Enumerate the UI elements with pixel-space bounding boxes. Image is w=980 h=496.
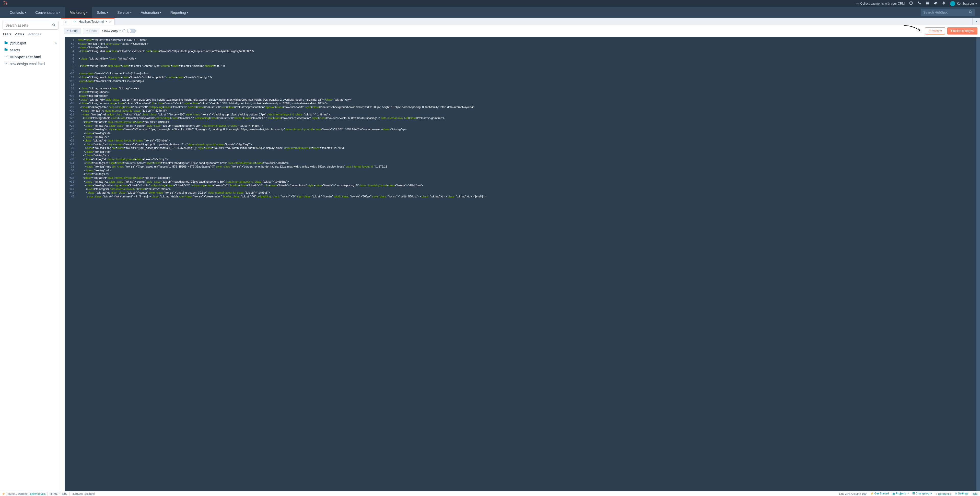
tree-collapse-icon[interactable]: ⇲ xyxy=(54,41,57,45)
preview-button[interactable]: Preview ▾ xyxy=(925,27,945,35)
publish-changes-button[interactable]: Publish changes xyxy=(947,27,977,35)
tab-label: HubSpot Test.html xyxy=(79,20,104,24)
caret-down-icon: ▾ xyxy=(40,32,41,36)
nav-item-service[interactable]: Service▾ xyxy=(113,7,136,18)
editor-toolbar: ↶Undo ↷Redo Show output ⓘ Preview ▾ Publ… xyxy=(61,25,980,37)
nav-item-conversations[interactable]: Conversations▾ xyxy=(31,7,65,18)
global-search[interactable] xyxy=(921,9,975,16)
editor-scrollbar[interactable] xyxy=(977,37,980,491)
assets-tree: @hubspot⇲assetsHubSpot Test.htmlnew desi… xyxy=(0,38,61,69)
show-output-toggle[interactable]: Show output ⓘ xyxy=(102,29,135,33)
file-menu[interactable]: File ▾ xyxy=(3,32,11,36)
svg-point-6 xyxy=(969,11,971,13)
editor-tab[interactable]: HubSpot Test.html • ✕ xyxy=(70,18,115,25)
caret-down-icon: ▾ xyxy=(160,11,161,14)
account-menu[interactable]: Kombai.com ▾ xyxy=(950,1,977,6)
topbar: ▭ Collect payments with your CRM Kombai.… xyxy=(0,0,980,7)
assets-search[interactable] xyxy=(3,21,59,30)
file-type-icon xyxy=(73,20,76,24)
file-item[interactable]: HubSpot Test.html xyxy=(0,53,61,60)
folder-item[interactable]: @hubspot⇲ xyxy=(0,40,61,46)
undo-icon: ↶ xyxy=(67,29,69,33)
caret-down-icon: ▾ xyxy=(86,11,88,14)
view-menu[interactable]: View ▾ xyxy=(15,32,25,36)
dirty-indicator: • xyxy=(106,20,107,24)
collapse-sidebar-button[interactable]: « xyxy=(61,18,70,25)
notifications-bell-icon[interactable] xyxy=(942,1,945,6)
undo-button[interactable]: ↶Undo xyxy=(64,28,81,34)
actions-menu[interactable]: Actions ▾ xyxy=(28,32,41,36)
nav-item-sales[interactable]: Sales▾ xyxy=(92,7,113,18)
breakpoint-gutter[interactable] xyxy=(61,37,65,491)
avatar-icon xyxy=(950,1,955,6)
caret-down-icon: ▾ xyxy=(10,32,11,36)
hubspot-logo-icon[interactable] xyxy=(3,0,8,6)
editor-tabs: « HubSpot Test.html • ✕ ▾ xyxy=(61,18,980,25)
code-file-icon xyxy=(4,62,8,66)
redo-icon: ↷ xyxy=(86,29,88,33)
caret-down-icon: ▾ xyxy=(187,11,188,14)
caret-down-icon: ▾ xyxy=(59,11,60,14)
collect-payments-link[interactable]: ▭ Collect payments with your CRM xyxy=(856,2,905,5)
nav-item-marketing[interactable]: Marketing▾ xyxy=(65,7,92,18)
marketplace-icon[interactable] xyxy=(926,1,929,6)
caret-down-icon: ▾ xyxy=(940,29,942,33)
caret-down-icon: ▾ xyxy=(975,2,977,5)
tabs-dropdown[interactable]: ▾ xyxy=(972,18,980,25)
upgrade-icon[interactable] xyxy=(909,1,913,6)
calling-icon[interactable] xyxy=(917,1,921,6)
code-editor[interactable]: 1▾2▾3 4 5 6 7 8 9▾10 11▾12 13 14 15▾16▾1… xyxy=(61,37,980,491)
line-number-gutter[interactable]: 1▾2▾3 4 5 6 7 8 9▾10 11▾12 13 14 15▾16▾1… xyxy=(65,37,76,491)
editor-area: « HubSpot Test.html • ✕ ▾ ↶Undo ↷Redo Sh… xyxy=(61,18,980,491)
nav-item-automation[interactable]: Automation▾ xyxy=(136,7,166,18)
info-icon[interactable]: ⓘ xyxy=(122,29,126,33)
annotation-arrow-icon xyxy=(902,23,924,34)
search-icon xyxy=(52,23,56,28)
folder-icon xyxy=(4,41,8,45)
redo-button[interactable]: ↷Redo xyxy=(83,28,100,34)
file-item[interactable]: new design email.html xyxy=(0,60,61,67)
caret-down-icon: ▾ xyxy=(25,11,26,14)
toggle-switch[interactable] xyxy=(127,29,136,33)
assets-sidebar: File ▾ View ▾ Actions ▾ @hubspot⇲assetsH… xyxy=(0,18,61,491)
settings-gear-icon[interactable] xyxy=(934,1,937,6)
main-nav: Contacts▾Conversations▾Marketing▾Sales▾S… xyxy=(0,7,980,18)
folder-icon xyxy=(4,48,8,52)
nav-item-contacts[interactable]: Contacts▾ xyxy=(5,7,31,18)
svg-point-4 xyxy=(6,2,7,3)
svg-point-3 xyxy=(6,4,6,5)
svg-point-7 xyxy=(52,24,55,25)
code-file-icon xyxy=(4,55,8,59)
code-content[interactable]: class=class="tok-str">"tok-doctype"><!DO… xyxy=(76,37,977,491)
global-search-input[interactable] xyxy=(923,11,969,14)
search-icon xyxy=(969,10,972,14)
caret-down-icon: ▾ xyxy=(107,11,108,14)
assets-search-input[interactable] xyxy=(5,23,52,27)
folder-item[interactable]: assets xyxy=(0,46,61,53)
card-icon: ▭ xyxy=(856,2,859,5)
caret-down-icon: ▾ xyxy=(130,11,132,14)
nav-item-reporting[interactable]: Reporting▾ xyxy=(166,7,193,18)
caret-down-icon: ▾ xyxy=(23,32,24,36)
close-tab-icon[interactable]: ✕ xyxy=(109,20,111,24)
